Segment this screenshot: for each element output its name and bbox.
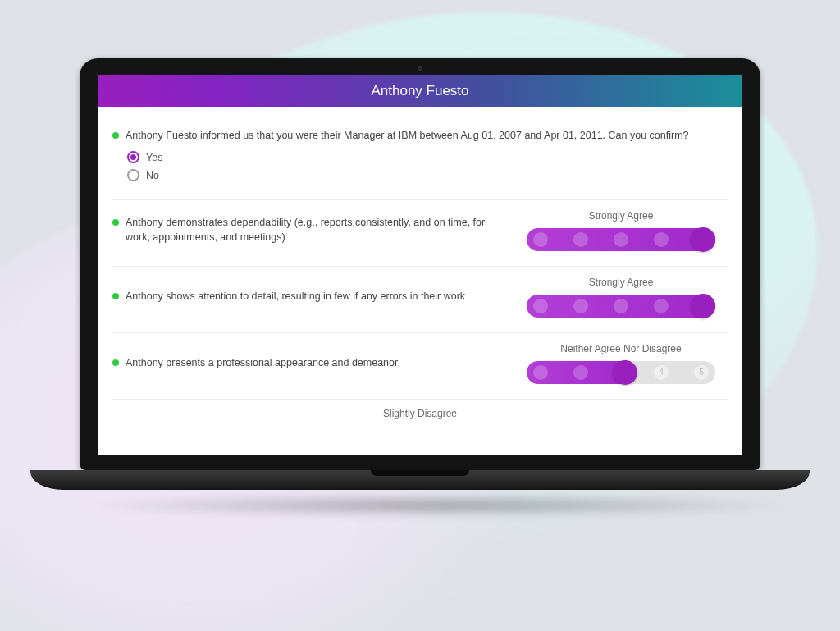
confirm-question-line: Anthony Fuesto informed us that you were… bbox=[112, 129, 728, 144]
rating-control: Strongly Agree bbox=[514, 277, 728, 318]
slider-knob-icon bbox=[613, 360, 637, 385]
bullet-icon bbox=[112, 293, 119, 299]
bullet-icon bbox=[112, 132, 119, 139]
slider-stop-label: 5 bbox=[694, 365, 709, 380]
radio-icon bbox=[127, 169, 139, 181]
laptop-mockup: Anthony Fuesto Anthony Fuesto informed u… bbox=[80, 58, 760, 518]
confirm-question-text: Anthony Fuesto informed us that you were… bbox=[126, 129, 728, 144]
next-rating-peek: Slightly Disagree bbox=[112, 400, 728, 419]
rating-question-line: Anthony shows attention to detail, resul… bbox=[112, 290, 498, 304]
rating-section: Anthony presents a professional appearan… bbox=[112, 333, 728, 400]
rating-slider[interactable]: 4 5 bbox=[527, 361, 715, 384]
camera-icon bbox=[418, 66, 422, 71]
rating-question-line: Anthony presents a professional appearan… bbox=[112, 356, 498, 371]
app-screen: Anthony Fuesto Anthony Fuesto informed u… bbox=[98, 75, 742, 455]
slider-stop-label: 4 bbox=[654, 365, 669, 380]
rating-section: Anthony shows attention to detail, resul… bbox=[112, 267, 728, 333]
laptop-lid: Anthony Fuesto Anthony Fuesto informed u… bbox=[80, 58, 760, 470]
laptop-base bbox=[30, 470, 810, 490]
slider-knob-icon bbox=[691, 294, 715, 318]
radio-option-no[interactable]: No bbox=[127, 167, 728, 185]
rating-value-label: Neither Agree Nor Disagree bbox=[514, 343, 728, 354]
rating-value-label: Strongly Agree bbox=[514, 277, 728, 288]
rating-control: Neither Agree Nor Disagree 4 5 bbox=[514, 343, 728, 384]
confirm-section: Anthony Fuesto informed us that you were… bbox=[112, 119, 728, 200]
rating-slider[interactable] bbox=[527, 295, 715, 318]
laptop-shadow bbox=[80, 493, 793, 518]
page-title: Anthony Fuesto bbox=[371, 83, 468, 99]
slider-knob-icon bbox=[691, 227, 715, 252]
rating-control: Strongly Agree bbox=[514, 210, 728, 251]
rating-value-label: Strongly Agree bbox=[514, 210, 728, 222]
survey-content: Anthony Fuesto informed us that you were… bbox=[98, 107, 742, 419]
rating-question-line: Anthony demonstrates dependability (e.g.… bbox=[112, 216, 498, 245]
rating-question-text: Anthony demonstrates dependability (e.g.… bbox=[126, 216, 498, 245]
radio-icon bbox=[127, 151, 139, 163]
radio-label: No bbox=[146, 170, 159, 181]
confirm-radio-group: Yes No bbox=[112, 149, 728, 185]
app-header: Anthony Fuesto bbox=[98, 75, 742, 107]
rating-section: Anthony demonstrates dependability (e.g.… bbox=[112, 200, 728, 267]
rating-slider[interactable] bbox=[527, 228, 715, 251]
rating-value-label: Slightly Disagree bbox=[313, 408, 527, 419]
rating-question-text: Anthony shows attention to detail, resul… bbox=[126, 290, 498, 304]
bullet-icon bbox=[112, 219, 119, 226]
rating-question-text: Anthony presents a professional appearan… bbox=[126, 356, 498, 371]
radio-option-yes[interactable]: Yes bbox=[127, 149, 728, 167]
bullet-icon bbox=[112, 359, 119, 366]
radio-label: Yes bbox=[146, 152, 162, 163]
